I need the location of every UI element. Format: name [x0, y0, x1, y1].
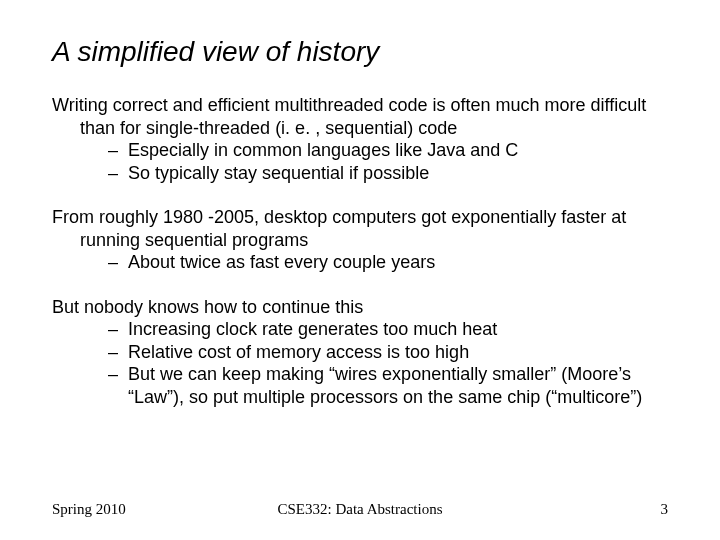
footer-right: 3: [661, 501, 669, 518]
para-3-sublist: Increasing clock rate generates too much…: [52, 318, 668, 408]
paragraph-2: From roughly 1980 -2005, desktop compute…: [52, 206, 668, 274]
slide-body: Writing correct and efficient multithrea…: [52, 94, 668, 408]
list-item: Increasing clock rate generates too much…: [108, 318, 668, 341]
para-1-lead: Writing correct and efficient multithrea…: [52, 94, 668, 139]
para-1-sublist: Especially in common languages like Java…: [52, 139, 668, 184]
slide-footer: Spring 2010 CSE332: Data Abstractions 3: [52, 501, 668, 518]
para-2-sublist: About twice as fast every couple years: [52, 251, 668, 274]
list-item: But we can keep making “wires exponentia…: [108, 363, 668, 408]
paragraph-3: But nobody knows how to continue this In…: [52, 296, 668, 409]
para-2-lead: From roughly 1980 -2005, desktop compute…: [52, 206, 668, 251]
paragraph-1: Writing correct and efficient multithrea…: [52, 94, 668, 184]
list-item: Relative cost of memory access is too hi…: [108, 341, 668, 364]
para-3-lead: But nobody knows how to continue this: [52, 296, 668, 319]
footer-center: CSE332: Data Abstractions: [278, 501, 443, 518]
list-item: Especially in common languages like Java…: [108, 139, 668, 162]
list-item: About twice as fast every couple years: [108, 251, 668, 274]
list-item: So typically stay sequential if possible: [108, 162, 668, 185]
footer-left: Spring 2010: [52, 501, 126, 518]
slide: A simplified view of history Writing cor…: [0, 0, 720, 540]
slide-title: A simplified view of history: [52, 36, 668, 68]
